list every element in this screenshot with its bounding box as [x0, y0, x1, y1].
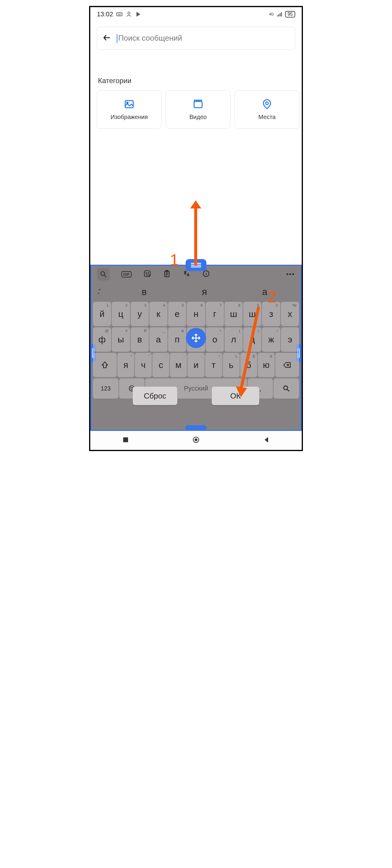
home-button[interactable]: [192, 436, 200, 445]
svg-rect-5: [118, 14, 121, 15]
image-icon: [124, 99, 134, 110]
key-ю[interactable]: ю€: [258, 353, 275, 377]
suggestion-word[interactable]: а: [235, 286, 295, 297]
suggestion-word[interactable]: в: [114, 286, 174, 297]
video-icon: [193, 99, 204, 110]
category-places[interactable]: Места: [235, 90, 299, 129]
key-б[interactable]: б$: [240, 353, 257, 377]
categories-title: Категории: [98, 76, 294, 85]
back-button[interactable]: [262, 436, 271, 445]
key-м[interactable]: м:: [170, 353, 187, 377]
key-row-3: я*ч"с'м:и;т!ьъб$ю€: [93, 353, 299, 377]
info-icon[interactable]: [202, 270, 210, 279]
keyboard-indicator-icon: [116, 11, 123, 18]
key-о[interactable]: о+: [206, 327, 224, 352]
svg-rect-4: [121, 13, 121, 14]
search-input[interactable]: Поиск сообщений: [117, 34, 182, 43]
svg-rect-9: [194, 101, 202, 108]
android-navbar: [90, 431, 302, 450]
svg-point-22: [283, 386, 288, 390]
svg-rect-24: [123, 437, 128, 442]
sticker-icon[interactable]: [144, 270, 151, 279]
key-ш[interactable]: ш8: [224, 302, 243, 326]
move-handle[interactable]: [186, 328, 206, 348]
search-bar[interactable]: Поиск сообщений: [97, 27, 295, 50]
svg-rect-3: [120, 13, 120, 14]
play-store-icon: [135, 11, 142, 18]
key-row-bottom: 123 Русский .: [93, 378, 299, 399]
more-icon[interactable]: •••: [286, 270, 295, 278]
categories-row: Изображения Видео Места: [90, 90, 302, 129]
signal-icon: [276, 11, 283, 18]
app-status-icon: [126, 11, 132, 18]
key-т[interactable]: т!: [205, 353, 222, 377]
key-а[interactable]: а_: [149, 327, 168, 352]
svg-point-10: [266, 102, 268, 104]
key-д[interactable]: д): [243, 327, 261, 352]
resize-handle-top[interactable]: [186, 259, 206, 271]
gif-icon[interactable]: GIF: [121, 271, 131, 277]
svg-rect-0: [117, 13, 122, 16]
svg-rect-1: [118, 13, 118, 14]
key-и[interactable]: и;: [187, 353, 204, 377]
keyboard: GIF ••• ⌄˄ в я а й1ц2у3к4е5н6г7ш8щ9з0х№ …: [90, 265, 302, 431]
svg-point-15: [148, 273, 149, 273]
recent-apps-button[interactable]: [121, 436, 130, 445]
category-label: Видео: [189, 114, 207, 121]
key-row-1: й1ц2у3к4е5н6г7ш8щ9з0х№: [93, 302, 299, 326]
svg-rect-2: [119, 13, 119, 14]
key-э[interactable]: э: [281, 327, 299, 352]
key-ы[interactable]: ы#: [112, 327, 130, 352]
key-ч[interactable]: ч": [135, 353, 152, 377]
suggestion-word[interactable]: я: [174, 286, 235, 297]
keyboard-search-icon[interactable]: [97, 268, 110, 280]
key-я[interactable]: я*: [117, 353, 134, 377]
annotation-arrow-up: [187, 200, 205, 268]
phone-frame: 13:02 4G 95 Поиск сообщений Категории: [89, 6, 303, 451]
location-icon: [262, 99, 272, 110]
ok-button[interactable]: ОК: [212, 387, 259, 405]
back-arrow-icon[interactable]: [102, 33, 111, 43]
category-video[interactable]: Видео: [166, 90, 231, 129]
clipboard-icon[interactable]: [163, 270, 171, 279]
category-images[interactable]: Изображения: [97, 90, 161, 129]
key-е[interactable]: е5: [168, 302, 186, 326]
key-к[interactable]: к4: [149, 302, 168, 326]
key-й[interactable]: й1: [93, 302, 111, 326]
svg-point-6: [128, 12, 130, 14]
key-г[interactable]: г7: [206, 302, 224, 326]
key-п[interactable]: п&: [168, 327, 186, 352]
key-ж[interactable]: ж/: [262, 327, 280, 352]
reset-button[interactable]: Сброс: [133, 387, 177, 405]
battery-level: 95: [285, 11, 295, 18]
svg-point-8: [127, 102, 128, 103]
text-cursor: [117, 34, 117, 43]
key-щ[interactable]: щ9: [243, 302, 261, 326]
key-з[interactable]: з0: [262, 302, 280, 326]
suggestion-row: ⌄˄ в я а: [91, 283, 301, 301]
svg-point-26: [194, 438, 197, 441]
key-в[interactable]: в₽: [131, 327, 149, 352]
resize-handle-bottom[interactable]: [186, 425, 206, 431]
network-type: 4G: [269, 12, 274, 16]
collapse-icon[interactable]: ⌄˄: [97, 285, 102, 299]
enter-search-key[interactable]: [273, 378, 299, 399]
numeric-key[interactable]: 123: [93, 378, 119, 399]
category-label: Изображения: [111, 114, 148, 121]
key-с[interactable]: с': [152, 353, 169, 377]
shift-key[interactable]: [93, 353, 117, 377]
key-ц[interactable]: ц2: [112, 302, 130, 326]
key-ф[interactable]: ф@: [93, 327, 111, 352]
status-bar: 13:02 4G 95: [90, 7, 302, 21]
key-х[interactable]: х№: [281, 302, 299, 326]
key-у[interactable]: у3: [131, 302, 149, 326]
key-ь[interactable]: ьъ: [223, 353, 240, 377]
svg-point-14: [146, 273, 146, 273]
backspace-key[interactable]: [275, 353, 299, 377]
status-time: 13:02: [97, 10, 113, 18]
translate-icon[interactable]: [183, 270, 190, 279]
key-л[interactable]: л(: [224, 327, 243, 352]
svg-point-12: [101, 272, 104, 275]
svg-point-20: [131, 388, 131, 388]
key-н[interactable]: н6: [187, 302, 205, 326]
